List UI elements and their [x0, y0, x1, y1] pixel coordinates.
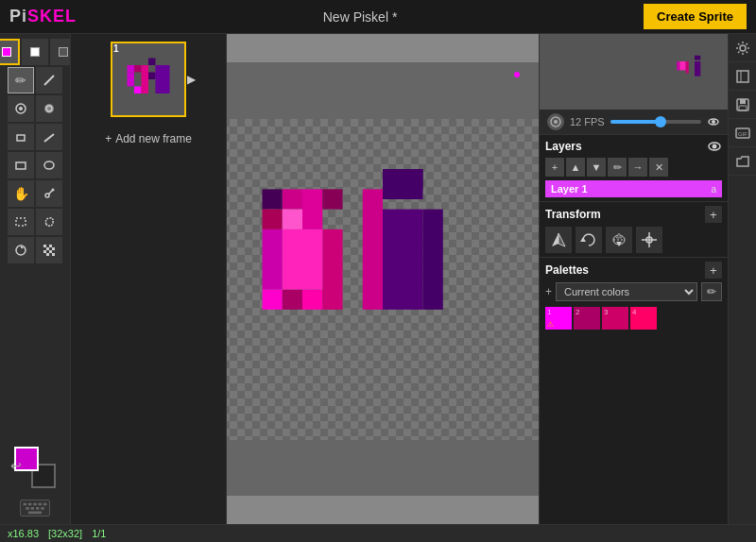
add-layer-button[interactable]: +: [545, 158, 564, 177]
move-tool-button[interactable]: ✋: [8, 180, 34, 207]
svg-rect-50: [322, 189, 342, 209]
svg-rect-44: [263, 289, 283, 309]
swatch-1-warning: ⚠: [547, 320, 554, 329]
rect-select-button[interactable]: [8, 209, 34, 235]
paint-all-button[interactable]: [36, 95, 62, 122]
canvas-size: [32x32]: [48, 528, 82, 539]
dither-button[interactable]: [36, 237, 62, 263]
add-frame-label: Add new frame: [115, 132, 192, 145]
fps-slider[interactable]: [610, 120, 701, 124]
svg-rect-61: [686, 61, 689, 74]
flip-h-button[interactable]: [545, 227, 572, 253]
layers-header: Layers: [545, 139, 722, 154]
frame-arrow: ▶: [187, 73, 196, 86]
color-mode-2-button[interactable]: [50, 39, 71, 65]
settings-icon-button[interactable]: [729, 34, 756, 62]
center-button[interactable]: [636, 227, 662, 253]
export-gif-button[interactable]: GIF: [729, 119, 756, 147]
frame-number: 1: [113, 43, 119, 54]
svg-point-9: [45, 194, 49, 197]
svg-rect-28: [31, 507, 35, 510]
flip-v-button[interactable]: [606, 227, 632, 253]
svg-rect-19: [49, 250, 52, 253]
pixel-canvas[interactable]: [227, 119, 539, 440]
save-icon-button[interactable]: [729, 91, 756, 119]
fps-slider-thumb: [655, 116, 666, 127]
layers-eye-icon[interactable]: [707, 139, 722, 154]
svg-point-11: [52, 189, 55, 192]
ellipse-tool-button[interactable]: [36, 152, 62, 178]
swap-colors-button[interactable]: ↩: [10, 458, 22, 473]
canvas-top-border: [227, 34, 539, 62]
pen-tool-button[interactable]: ✏: [8, 67, 34, 93]
svg-point-79: [740, 45, 746, 51]
edit-layer-button[interactable]: ✏: [608, 158, 627, 177]
svg-rect-7: [16, 162, 26, 169]
move-layer-down-button[interactable]: ▼: [587, 158, 606, 177]
rotate-button[interactable]: [576, 227, 602, 253]
stroke-tool-button[interactable]: [36, 124, 62, 150]
svg-rect-22: [24, 503, 27, 506]
svg-rect-15: [49, 245, 52, 247]
palettes-header: Palettes +: [545, 262, 722, 279]
svg-rect-23: [28, 503, 32, 506]
fps-value: 12 FPS: [570, 116, 605, 127]
topbar: PiSKEL New Piskel * Create Sprite: [0, 0, 756, 34]
svg-rect-5: [17, 135, 25, 141]
delete-layer-button[interactable]: ✕: [649, 158, 668, 177]
lasso-button[interactable]: [36, 209, 62, 235]
layer-1-item[interactable]: Layer 1 a: [545, 180, 722, 197]
fps-row: 12 FPS: [540, 110, 728, 135]
color-mode-1-button[interactable]: [22, 39, 48, 65]
palettes-row: + Current colors ✏: [545, 282, 722, 301]
open-file-button[interactable]: [729, 147, 756, 176]
merge-layer-button[interactable]: →: [628, 158, 647, 177]
color-mode-fg-button[interactable]: [0, 39, 20, 65]
layer-1-name: Layer 1: [551, 183, 588, 195]
edit-palette-button[interactable]: ✏: [701, 282, 722, 301]
palette-swatch-4[interactable]: 4: [630, 307, 657, 330]
canvas-area[interactable]: [227, 34, 539, 524]
palettes-section: Palettes + + Current colors ✏ 1 ⚠: [540, 258, 728, 524]
create-sprite-button[interactable]: Create Sprite: [644, 4, 747, 29]
add-frame-button[interactable]: + Add new frame: [97, 128, 199, 149]
transform-header: Transform +: [545, 206, 722, 223]
svg-rect-47: [283, 289, 302, 309]
palette-selector[interactable]: Current colors: [556, 282, 697, 301]
swatch-1-num: 1: [547, 308, 551, 316]
fps-slider-fill: [610, 120, 661, 124]
eraser-tool-button[interactable]: [8, 124, 34, 150]
canvas-preview-dot: [514, 72, 520, 77]
bucket-tool-button[interactable]: [8, 95, 34, 122]
palette-swatch-3[interactable]: 3: [602, 307, 628, 330]
tool-row-rect: [8, 152, 62, 178]
add-transform-button[interactable]: +: [705, 206, 722, 223]
move-layer-up-button[interactable]: ▲: [566, 158, 585, 177]
palette-swatch-1[interactable]: 1 ⚠: [545, 307, 572, 330]
palette-swatch-2[interactable]: 2: [574, 307, 600, 330]
eyedropper-tool-button[interactable]: [36, 180, 62, 207]
svg-rect-39: [156, 65, 163, 93]
keyboard-icon[interactable]: [16, 496, 54, 520]
rect-tool-button[interactable]: [8, 152, 34, 178]
rotate-button[interactable]: [8, 237, 34, 263]
canvas-middle[interactable]: [227, 62, 539, 496]
layers-section: Layers + ▲ ▼ ✏ → ✕ Layer 1 a: [540, 135, 728, 202]
add-palette-icon[interactable]: +: [545, 285, 552, 298]
frames-panel: 1 ▶ + Add new frame: [71, 34, 227, 524]
svg-point-67: [712, 120, 715, 124]
svg-rect-40: [163, 65, 170, 93]
canvas-container: [227, 34, 539, 524]
line-tool-button[interactable]: [36, 67, 62, 93]
svg-rect-36: [142, 65, 149, 93]
svg-rect-33: [128, 73, 135, 87]
color-mode-row: [0, 39, 71, 65]
resize-icon-button[interactable]: [729, 62, 756, 91]
svg-rect-56: [423, 209, 443, 309]
transform-title: Transform: [545, 208, 601, 221]
tool-row-pen: ✏: [8, 67, 62, 93]
add-palette-button[interactable]: +: [705, 262, 722, 279]
svg-line-0: [44, 76, 54, 85]
frame-1[interactable]: 1: [111, 42, 186, 117]
eye-icon[interactable]: [707, 115, 720, 128]
